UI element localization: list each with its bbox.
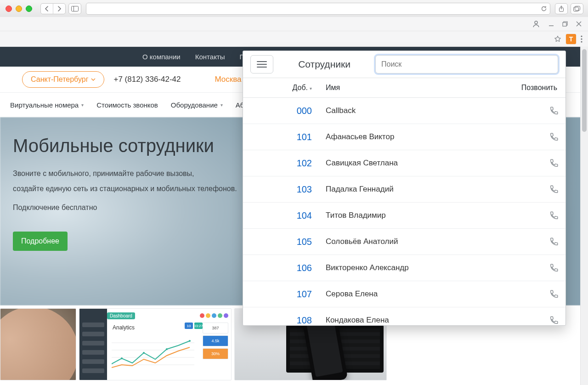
employee-row[interactable]: 104Титов Владимир bbox=[243, 203, 565, 229]
employee-call-button[interactable] bbox=[536, 289, 559, 299]
window-minimize-button[interactable] bbox=[16, 6, 22, 12]
chevron-down-icon bbox=[91, 78, 96, 81]
city-selector-label: Санкт-Петербург bbox=[31, 75, 88, 84]
browser-secondary-toolbar: T bbox=[0, 17, 588, 47]
employee-row[interactable]: 105Соловьёв Анатолий bbox=[243, 229, 565, 255]
tabs-button[interactable] bbox=[571, 4, 583, 14]
phone-icon bbox=[549, 132, 559, 142]
hero-more-button[interactable]: Подробнее bbox=[13, 232, 68, 251]
catnav-virtnum[interactable]: Виртуальные номера▾ bbox=[10, 101, 84, 109]
col-extension-label: Доб. bbox=[292, 84, 308, 92]
employee-extension: 101 bbox=[243, 132, 322, 142]
employee-name: Викторенко Александр bbox=[322, 263, 536, 272]
catnav-virtnum-label: Виртуальные номера bbox=[10, 101, 79, 109]
employee-name: Савицкая Светлана bbox=[322, 159, 536, 168]
employee-row[interactable]: 101Афанасьев Виктор bbox=[243, 124, 565, 150]
employee-call-button[interactable] bbox=[536, 184, 559, 194]
employee-call-button[interactable] bbox=[536, 106, 559, 116]
svg-rect-3 bbox=[574, 7, 579, 11]
employee-extension: 105 bbox=[243, 237, 322, 247]
dashboard-card-1: 387 bbox=[203, 323, 228, 334]
phone-icon bbox=[549, 106, 559, 116]
dashboard-card-3: 30% bbox=[203, 348, 228, 359]
phone-icon bbox=[549, 289, 559, 299]
chevron-down-icon: ▾ bbox=[310, 86, 312, 91]
window-close-icon[interactable] bbox=[576, 21, 582, 27]
catnav-equip[interactable]: Оборудование▾ bbox=[171, 101, 223, 109]
employee-name: Титов Владимир bbox=[322, 211, 536, 220]
popup-title: Сотрудники bbox=[281, 59, 368, 70]
employee-name: Кондакова Елена bbox=[322, 316, 536, 325]
tile-hand-phone[interactable] bbox=[0, 308, 76, 380]
employee-row[interactable]: 108Кондакова Елена bbox=[243, 307, 565, 325]
svg-point-8 bbox=[581, 35, 582, 37]
sidebar-toggle-button[interactable] bbox=[69, 4, 81, 14]
catnav-cost[interactable]: Стоимость звонков bbox=[96, 101, 158, 109]
traffic-lights bbox=[6, 6, 32, 12]
dashboard-avatars bbox=[200, 313, 228, 318]
tile-dashboard[interactable]: Dashboard 10 03:27 Analytics bbox=[79, 308, 232, 380]
employee-call-button[interactable] bbox=[536, 263, 559, 273]
city-selector-pill[interactable]: Санкт-Петербург bbox=[22, 71, 104, 88]
topnav-about[interactable]: О компании bbox=[142, 53, 181, 61]
svg-point-5 bbox=[535, 21, 537, 24]
svg-point-18 bbox=[189, 340, 191, 342]
dashboard-card-2: 4.5k bbox=[203, 335, 228, 346]
popup-search-input[interactable] bbox=[375, 55, 558, 74]
svg-point-15 bbox=[121, 357, 123, 359]
employee-call-button[interactable] bbox=[536, 315, 559, 325]
phone-spb[interactable]: +7 (812) 336-42-42 bbox=[113, 75, 181, 84]
employee-row[interactable]: 106Викторенко Александр bbox=[243, 255, 565, 281]
hand-illustration bbox=[0, 308, 76, 380]
svg-rect-4 bbox=[575, 6, 580, 10]
address-bar[interactable] bbox=[86, 3, 550, 15]
employee-row[interactable]: 102Савицкая Светлана bbox=[243, 150, 565, 176]
page-scrollbar[interactable] bbox=[580, 46, 588, 385]
col-name-header[interactable]: Имя bbox=[322, 84, 507, 92]
employee-extension: 103 bbox=[243, 184, 322, 195]
reload-icon[interactable] bbox=[541, 6, 547, 12]
employee-name: Афанасьев Виктор bbox=[322, 132, 536, 142]
employee-row[interactable]: 000Callback bbox=[243, 98, 565, 124]
svg-rect-7 bbox=[563, 23, 566, 26]
phone-icon bbox=[549, 158, 559, 168]
forward-button[interactable] bbox=[53, 4, 65, 14]
topnav-contacts[interactable]: Контакты bbox=[195, 53, 225, 61]
svg-point-16 bbox=[143, 352, 145, 354]
svg-rect-0 bbox=[72, 6, 79, 11]
employee-name: Соловьёв Анатолий bbox=[322, 237, 536, 246]
employee-rows: 000Callback101Афанасьев Виктор102Савицка… bbox=[243, 98, 565, 325]
employee-row[interactable]: 103Падалка Геннадий bbox=[243, 176, 565, 203]
catnav-equip-label: Оборудование bbox=[171, 101, 218, 109]
browser-menu-icon[interactable] bbox=[581, 35, 582, 43]
safari-toolbar bbox=[0, 0, 588, 17]
phone-icon bbox=[549, 184, 559, 194]
employee-call-button[interactable] bbox=[536, 237, 559, 247]
bookmark-star-icon[interactable] bbox=[554, 35, 561, 43]
chevron-down-icon: ▾ bbox=[81, 102, 84, 108]
page-scrollbar-thumb[interactable] bbox=[582, 49, 587, 132]
employee-extension: 107 bbox=[243, 289, 322, 300]
extension-badge[interactable]: T bbox=[566, 34, 576, 44]
back-button[interactable] bbox=[41, 4, 53, 14]
popup-column-headers: Доб. ▾ Имя Позвонить bbox=[243, 78, 565, 98]
employee-extension: 102 bbox=[243, 158, 322, 169]
employee-call-button[interactable] bbox=[536, 210, 559, 221]
window-fullscreen-button[interactable] bbox=[26, 6, 32, 12]
window-minimize-icon[interactable] bbox=[548, 21, 554, 27]
share-button[interactable] bbox=[555, 4, 567, 14]
col-extension-header[interactable]: Доб. ▾ bbox=[243, 84, 322, 92]
dashboard-sidebar bbox=[79, 309, 107, 380]
city-link-moscow[interactable]: Москва bbox=[215, 75, 242, 84]
dashboard-tab: Dashboard bbox=[107, 312, 135, 319]
popup-menu-button[interactable] bbox=[250, 55, 273, 74]
phone-icon bbox=[549, 263, 559, 273]
profile-icon[interactable] bbox=[532, 20, 540, 28]
dashboard-title: Analytics bbox=[113, 324, 135, 331]
employee-call-button[interactable] bbox=[536, 132, 559, 142]
window-restore-icon[interactable] bbox=[562, 21, 568, 27]
window-close-button[interactable] bbox=[6, 6, 12, 12]
employee-row[interactable]: 107Серова Елена bbox=[243, 281, 565, 307]
phone-icon bbox=[549, 237, 559, 247]
employee-call-button[interactable] bbox=[536, 158, 559, 168]
